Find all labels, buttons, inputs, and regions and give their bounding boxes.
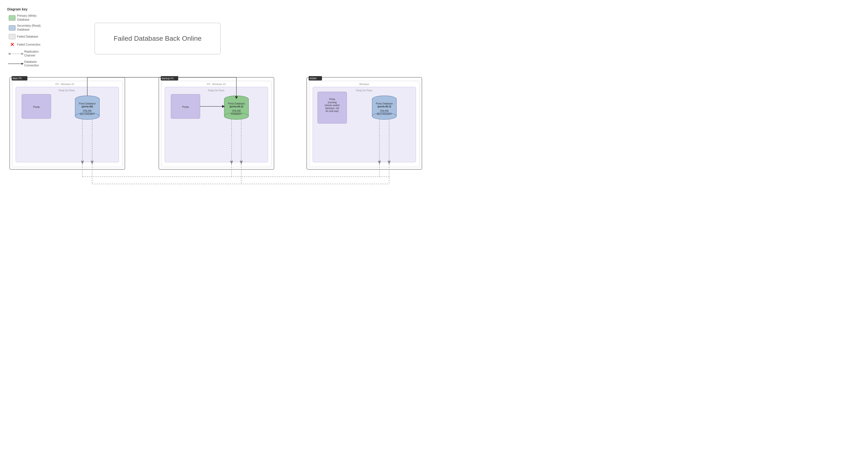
backup-px-os: PX - Windows 10 [207, 83, 226, 86]
key-label-failed-conn: Failed Connection [17, 43, 40, 47]
backup-px-db-name2: (porta-db-2) [229, 105, 243, 108]
arbiter-porta1: Porta [329, 98, 335, 101]
key-icon-db-conn [7, 62, 24, 66]
key-label-db-conn: DatabaseConnection [24, 60, 39, 68]
key-item-replication: ReplicationChannel [7, 50, 70, 57]
key-label-failed-db: Failed Database [17, 35, 38, 39]
key-label-replication: ReplicationChannel [24, 50, 38, 57]
main-px-label: Main PX [12, 77, 22, 80]
main-px-db-name1: Porta Database [79, 102, 96, 105]
main-px-db-status: ONLINE [83, 110, 92, 112]
failed-db-icon [9, 34, 16, 39]
title-box: Failed Database Back Online [95, 23, 221, 54]
diagram-key-title: Diagram key [7, 7, 70, 11]
key-icon-replication [7, 52, 24, 56]
svg-marker-32 [230, 161, 233, 164]
svg-marker-16 [81, 161, 84, 164]
key-label-primary: Primary (Write)Database [17, 14, 36, 22]
key-icon-secondary [7, 25, 17, 31]
main-px-db-role: SECONDARY [80, 113, 95, 115]
x-icon: ✕ [10, 42, 14, 48]
arbiter-db-name1: Porta Database [376, 102, 393, 105]
diagram-svg: Main PX PX - Windows 10 Porta On Prem Po… [7, 75, 424, 208]
arbiter-db-name2: (porta-db-3) [377, 105, 391, 108]
key-label-secondary: Secondary (Read)Database [17, 24, 40, 32]
svg-marker-2 [8, 53, 10, 55]
arbiter-os: Windows [359, 83, 369, 86]
arbiter-label: Arbiter [310, 77, 317, 80]
key-item-primary: Primary (Write)Database [7, 14, 70, 22]
svg-marker-50 [378, 161, 381, 164]
svg-marker-1 [21, 53, 24, 55]
arbiter-porta2: (running [328, 101, 337, 104]
backup-px-porta: Porta [182, 105, 189, 108]
diagram-key: Diagram key Primary (Write)Database Seco… [7, 7, 70, 70]
main-px-porta: Porta [33, 105, 40, 108]
backup-px-db-status: ONLINE [232, 110, 241, 112]
main-px-db-name2: (porta-db) [82, 105, 93, 108]
diagram-container: Main PX PX - Windows 10 Porta On Prem Po… [7, 75, 427, 208]
backup-px-prem: Porta On Prem [208, 89, 224, 92]
primary-db-icon [9, 15, 16, 21]
key-item-failed-db: Failed Database [7, 34, 70, 39]
key-item-failed-conn: ✕ Failed Connection [7, 42, 70, 48]
arbiter-porta3: checks and/or [324, 104, 340, 107]
svg-marker-34 [240, 161, 243, 164]
svg-marker-4 [21, 63, 24, 65]
arbiter-db-role: SECONDARY [376, 113, 392, 115]
key-item-secondary: Secondary (Read)Database [7, 24, 70, 32]
main-layout: Diagram key Primary (Write)Database Seco… [0, 0, 434, 216]
arbiter-prem: Porta On Prem [356, 89, 372, 92]
svg-marker-52 [388, 161, 391, 164]
title-text: Failed Database Back Online [114, 35, 202, 42]
key-icon-failed-db [7, 34, 17, 39]
svg-marker-18 [91, 161, 94, 164]
main-px-os: PX - Windows 10 [56, 83, 74, 86]
key-icon-failed-conn: ✕ [7, 42, 17, 48]
arbiter-porta4: backups, not [326, 107, 339, 110]
backup-px-db-role: PRIMARY [231, 113, 242, 115]
main-px-prem: Porta On Prem [59, 89, 75, 92]
arbiter-porta5: for end use) [326, 110, 338, 113]
secondary-db-icon [9, 25, 16, 31]
key-icon-primary [7, 15, 17, 21]
key-item-db-conn: DatabaseConnection [7, 60, 70, 68]
arbiter-db-status: ONLINE [380, 110, 389, 112]
backup-px-db-name1: Porta Database [228, 102, 245, 105]
